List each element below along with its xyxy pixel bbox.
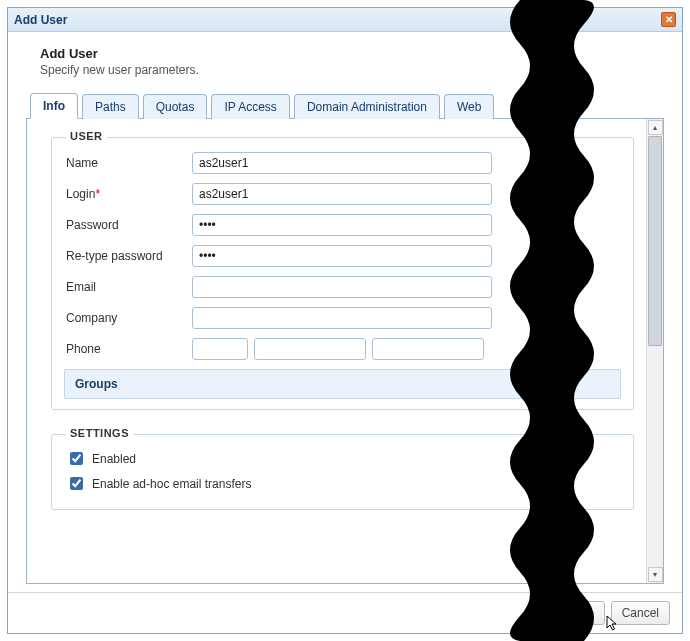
settings-legend: SETTINGS — [66, 427, 133, 439]
chevron-up-icon: ▴ — [653, 123, 657, 132]
close-button[interactable]: ✕ — [661, 12, 676, 27]
phone-input-2[interactable] — [254, 338, 366, 360]
add-user-dialog: Add User ✕ Add User Specify new user par… — [7, 7, 683, 634]
titlebar: Add User ✕ — [8, 8, 682, 32]
enabled-checkbox[interactable] — [70, 452, 83, 465]
row-enabled: Enabled — [64, 449, 621, 468]
label-login: Login* — [64, 187, 192, 201]
phone-input-1[interactable] — [192, 338, 248, 360]
groups-label: Groups — [75, 377, 118, 391]
scroll-track[interactable] — [648, 136, 662, 566]
label-phone: Phone — [64, 342, 192, 356]
label-repassword: Re-type password — [64, 249, 192, 263]
header-block: Add User Specify new user parameters. — [40, 46, 664, 77]
label-password: Password — [64, 218, 192, 232]
email-input[interactable] — [192, 276, 492, 298]
tab-domain-administration[interactable]: Domain Administration — [294, 94, 440, 119]
scroll-thumb[interactable] — [648, 136, 662, 346]
scroll-up-arrow[interactable]: ▴ — [648, 120, 663, 135]
button-bar: OK Cancel — [8, 592, 682, 633]
tab-info[interactable]: Info — [30, 93, 78, 119]
required-mark: * — [95, 187, 100, 201]
tab-content-wrap: USER Name Login* Password — [26, 119, 664, 584]
row-repassword: Re-type password — [64, 245, 621, 267]
user-fieldset: USER Name Login* Password — [51, 137, 634, 410]
user-legend: USER — [66, 130, 107, 142]
settings-fieldset: SETTINGS Enabled Enable ad-hoc email tra… — [51, 434, 634, 510]
row-email: Email — [64, 276, 621, 298]
tab-ip-access[interactable]: IP Access — [211, 94, 289, 119]
page-subtitle: Specify new user parameters. — [40, 63, 664, 77]
scroll-down-arrow[interactable]: ▾ — [648, 567, 663, 582]
tab-paths[interactable]: Paths — [82, 94, 139, 119]
row-password: Password — [64, 214, 621, 236]
row-name: Name — [64, 152, 621, 174]
chevron-down-icon: ▾ — [653, 570, 657, 579]
tab-web[interactable]: Web — [444, 94, 494, 119]
tab-content: USER Name Login* Password — [27, 119, 646, 583]
tab-strip: Info Paths Quotas IP Access Domain Admin… — [26, 93, 664, 119]
page-title: Add User — [40, 46, 664, 61]
row-company: Company — [64, 307, 621, 329]
enabled-label: Enabled — [92, 452, 136, 466]
adhoc-label: Enable ad-hoc email transfers — [92, 477, 251, 491]
phone-group — [192, 338, 484, 360]
dialog-title: Add User — [14, 13, 67, 27]
label-email: Email — [64, 280, 192, 294]
phone-input-3[interactable] — [372, 338, 484, 360]
vertical-scrollbar[interactable]: ▴ ▾ — [646, 119, 663, 583]
company-input[interactable] — [192, 307, 492, 329]
label-name: Name — [64, 156, 192, 170]
label-company: Company — [64, 311, 192, 325]
close-icon: ✕ — [665, 15, 673, 25]
groups-expander[interactable]: Groups — [64, 369, 621, 399]
tab-quotas[interactable]: Quotas — [143, 94, 208, 119]
name-input[interactable] — [192, 152, 492, 174]
cancel-button[interactable]: Cancel — [611, 601, 670, 625]
row-adhoc: Enable ad-hoc email transfers — [64, 474, 621, 493]
adhoc-checkbox[interactable] — [70, 477, 83, 490]
repassword-input[interactable] — [192, 245, 492, 267]
login-input[interactable] — [192, 183, 492, 205]
dialog-body: Add User Specify new user parameters. In… — [8, 32, 682, 592]
row-login: Login* — [64, 183, 621, 205]
row-phone: Phone — [64, 338, 621, 360]
password-input[interactable] — [192, 214, 492, 236]
ok-button[interactable]: OK — [559, 601, 605, 625]
